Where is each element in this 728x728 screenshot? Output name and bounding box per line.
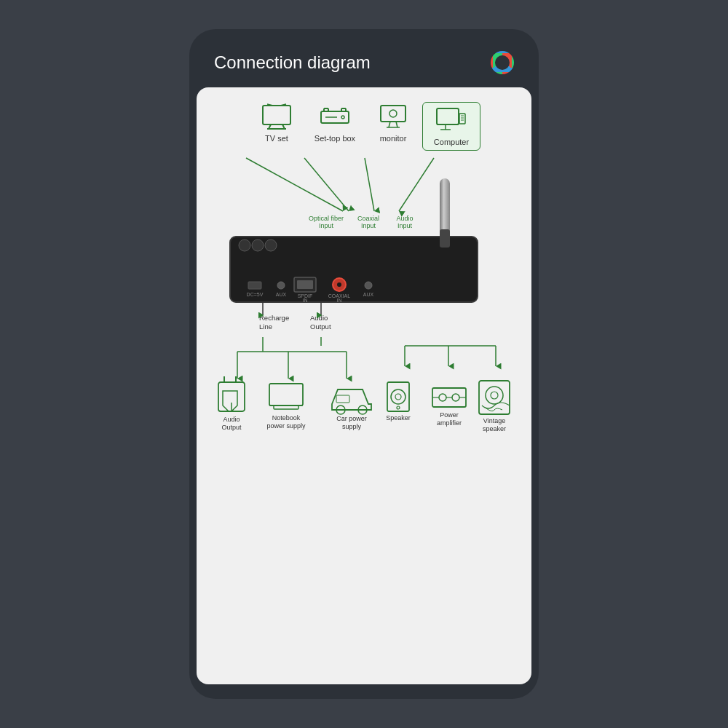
svg-text:Recharge: Recharge [259,314,289,322]
svg-text:Audio: Audio [310,314,328,322]
svg-rect-42 [248,282,261,289]
tv-icon [258,102,296,131]
svg-text:AUX: AUX [363,292,374,297]
svg-text:Output: Output [221,424,242,431]
settop-label: Set-top box [314,134,355,143]
device-tv: TV set [248,102,306,151]
svg-text:amplifier: amplifier [437,419,462,427]
svg-rect-15 [381,106,405,122]
svg-text:IN: IN [337,298,342,303]
svg-rect-47 [297,280,313,289]
connection-diagram-svg: Optical fiber Input Coaxial Input Audio … [208,157,529,535]
device-settop: Set-top box [306,102,364,151]
svg-text:Optical fiber: Optical fiber [309,215,344,222]
svg-point-108 [491,392,498,399]
svg-line-18 [396,122,397,127]
svg-line-29 [304,158,349,211]
svg-text:Input: Input [397,222,413,229]
page-title: Connection diagram [214,52,371,73]
settop-icon [316,102,354,131]
svg-text:Notebook: Notebook [272,414,301,422]
svg-point-94 [391,389,405,404]
computer-label: Computer [434,138,469,147]
svg-point-41 [265,240,277,251]
svg-text:Speaker: Speaker [386,414,411,422]
svg-line-17 [389,122,390,127]
svg-line-28 [246,158,343,211]
phone-frame: Connection diagram [189,29,539,699]
svg-text:DC=5V: DC=5V [247,292,264,297]
svg-text:Output: Output [310,323,331,331]
svg-line-31 [399,158,434,211]
device-computer: Computer [422,102,480,151]
svg-point-107 [486,387,503,404]
svg-text:speaker: speaker [483,425,506,432]
svg-point-100 [452,394,459,401]
svg-rect-90 [336,395,349,403]
monitor-label: monitor [380,134,407,143]
svg-rect-85 [274,405,298,409]
tv-label: TV set [265,134,288,143]
svg-text:Audio: Audio [223,416,240,423]
svg-rect-22 [459,114,465,124]
svg-point-39 [239,240,250,251]
header: Connection diagram [197,44,531,87]
svg-text:IN: IN [303,298,308,303]
svg-rect-0 [263,106,290,124]
app-icon [491,51,514,74]
svg-text:power supply: power supply [266,422,306,430]
svg-text:supply: supply [342,423,362,430]
svg-line-30 [365,158,374,211]
svg-point-99 [439,394,446,401]
svg-point-54 [365,282,372,289]
svg-point-51 [337,282,341,287]
svg-text:Input: Input [361,222,376,229]
device-monitor: monitor [364,102,422,151]
top-devices-row: TV set [208,102,520,151]
diagram-wrapper: TV set [208,102,520,535]
svg-text:Input: Input [319,222,334,229]
monitor-icon [374,102,412,131]
svg-text:Audio: Audio [396,215,413,222]
svg-point-96 [397,406,400,409]
svg-text:Power: Power [440,411,459,419]
computer-icon [432,106,470,135]
svg-point-16 [389,110,397,117]
svg-point-40 [252,240,264,251]
svg-point-14 [341,116,344,119]
svg-point-95 [395,394,401,400]
svg-text:Line: Line [259,323,272,331]
content-card: TV set [197,87,531,684]
svg-rect-57 [440,229,450,248]
svg-text:Coaxial: Coaxial [357,215,379,222]
svg-point-44 [277,282,285,289]
svg-text:AUX: AUX [276,292,287,297]
svg-rect-106 [479,381,510,414]
svg-rect-20 [437,108,459,124]
app-icon-inner [495,55,510,70]
svg-rect-83 [269,384,303,405]
svg-text:Vintage: Vintage [483,417,505,424]
svg-text:Car power: Car power [336,415,367,422]
